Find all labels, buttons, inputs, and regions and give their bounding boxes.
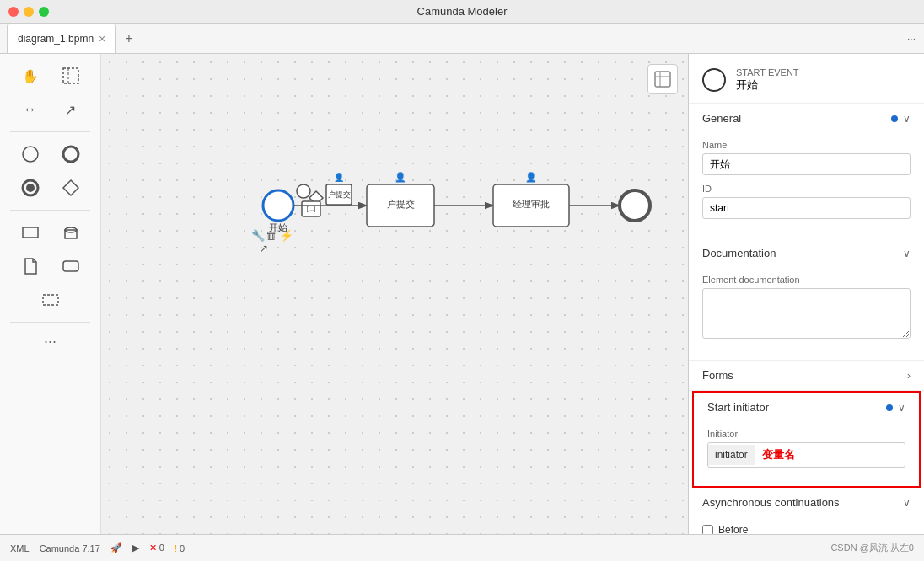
separator-1: [10, 131, 90, 132]
tool-row-1: ✋: [3, 61, 97, 91]
rounded-rect-tool[interactable]: [54, 251, 88, 281]
error-indicator: ✕ 0: [149, 542, 164, 553]
initiator-body: Initiator initiator 变量名: [694, 422, 919, 486]
start-event[interactable]: [263, 190, 293, 221]
shape-opt-circle[interactable]: [297, 184, 310, 198]
svg-marker-6: [63, 180, 78, 195]
general-chevron-icon: ∨: [903, 113, 911, 125]
before-label: Before: [718, 524, 748, 534]
status-bar-right: CSDN @风流 从左0: [830, 542, 914, 554]
element-doc-label: Element documentation: [702, 275, 911, 285]
warning-indicator: ! 0: [175, 543, 185, 553]
tool-row-4: [3, 173, 97, 203]
rect-tool[interactable]: [13, 217, 47, 248]
lasso-tool[interactable]: [54, 61, 88, 91]
before-checkbox-row: Before: [702, 524, 911, 534]
tool-row-6: [3, 251, 97, 281]
svg-point-2: [23, 147, 38, 162]
deploy-icon[interactable]: 🚀: [110, 542, 122, 553]
initiator-label: Initiator: [707, 429, 905, 439]
initiator-controls: ∨: [886, 402, 905, 414]
circle-tool[interactable]: [13, 139, 47, 169]
element-doc-textarea[interactable]: [702, 288, 911, 339]
svg-rect-0: [63, 68, 78, 83]
tool-row-2: ↔ ↗: [3, 94, 97, 125]
separator-2: [10, 210, 90, 211]
tab-close-icon[interactable]: ×: [99, 32, 105, 45]
connect-tool[interactable]: ↔: [13, 94, 47, 125]
section-initiator-header[interactable]: Start initiator ∨: [694, 393, 919, 422]
arrow-tool[interactable]: ↗: [54, 94, 88, 125]
section-forms-header[interactable]: Forms ›: [689, 361, 924, 390]
initiator-input-group: initiator 变量名: [707, 442, 905, 467]
title-bar: Camunda Modeler: [0, 0, 924, 24]
minimize-button[interactable]: [24, 7, 34, 17]
trash-icon[interactable]: 🗑: [266, 229, 277, 242]
tab-label: diagram_1.bpmn: [18, 33, 94, 45]
filled-circle-tool[interactable]: [13, 173, 47, 203]
play-button[interactable]: ▶: [132, 542, 139, 553]
hand-tool[interactable]: ✋: [13, 61, 47, 91]
maximize-button[interactable]: [39, 7, 49, 17]
event-type-label: START EVENT: [736, 67, 799, 77]
xml-label[interactable]: XML: [10, 543, 30, 553]
section-async: Asynchronous continuations ∨ Before Afte…: [689, 488, 924, 534]
name-input[interactable]: [702, 153, 911, 175]
dashed-rect-tool[interactable]: [34, 285, 67, 315]
svg-text:👤: 👤: [334, 172, 345, 183]
section-forms: Forms ›: [689, 361, 924, 391]
tool-row-7: [3, 285, 97, 315]
right-panel: START EVENT 开始 General ∨ Name ID: [688, 54, 924, 534]
wrench-icon[interactable]: 🔧: [251, 228, 266, 243]
general-body: Name ID: [689, 133, 924, 238]
diamond-tool[interactable]: [54, 173, 88, 203]
canvas-area[interactable]: 开始 🔧 🗑 ⚡ ↗ 👤 户提交 [...] 👤 户: [101, 54, 688, 534]
status-bar-left: XML Camunda 7.17 🚀 ▶ ✕ 0 ! 0: [10, 542, 185, 553]
section-documentation: Documentation ∨ Element documentation: [689, 238, 924, 361]
section-general-title: General: [702, 112, 741, 125]
tab-menu-button[interactable]: ···: [899, 24, 924, 53]
separator-3: [10, 322, 90, 323]
initiator-value[interactable]: 变量名: [755, 443, 905, 467]
initiator-prefix: initiator: [708, 445, 755, 465]
before-checkbox[interactable]: [702, 525, 713, 535]
status-bar: XML Camunda 7.17 🚀 ▶ ✕ 0 ! 0 CSDN @风流 从左…: [0, 534, 924, 561]
section-documentation-header[interactable]: Documentation ∨: [689, 238, 924, 268]
svg-rect-11: [43, 295, 58, 305]
section-async-header[interactable]: Asynchronous continuations ∨: [689, 488, 924, 517]
close-button[interactable]: [8, 7, 19, 17]
tab-diagram[interactable]: diagram_1.bpmn ×: [7, 24, 116, 53]
section-general-header[interactable]: General ∨: [689, 104, 924, 133]
bpmn-diagram: 开始 🔧 🗑 ⚡ ↗ 👤 户提交 [...] 👤 户: [228, 155, 688, 323]
initiator-chevron-icon: ∨: [898, 402, 905, 414]
bolt-icon[interactable]: ⚡: [280, 228, 294, 243]
element-doc-field: Element documentation: [702, 275, 911, 341]
task2-label: 经理审批: [513, 199, 550, 209]
version-label: Camunda 7.17: [40, 543, 100, 553]
end-event[interactable]: [620, 190, 650, 221]
section-initiator-title: Start initiator: [707, 401, 769, 414]
add-tab-button[interactable]: +: [116, 24, 141, 53]
id-input[interactable]: [702, 197, 911, 219]
expand-icon[interactable]: ↗: [260, 243, 268, 254]
db-tool[interactable]: [54, 217, 88, 248]
async-body: Before After: [689, 517, 924, 534]
app-title: Camunda Modeler: [417, 5, 508, 18]
main-layout: ✋ ↔ ↗: [0, 54, 924, 534]
svg-text:👤: 👤: [525, 171, 537, 183]
svg-rect-7: [23, 227, 38, 238]
tab-bar: diagram_1.bpmn × + ···: [0, 24, 924, 54]
svg-text:👤: 👤: [395, 171, 406, 183]
async-controls: ∨: [903, 497, 911, 509]
doc-tool[interactable]: [13, 251, 47, 281]
tool-row-3: [3, 139, 97, 169]
task1-label: 户提交: [387, 199, 415, 209]
more-tools-button[interactable]: ···: [3, 329, 97, 354]
tool-row-5: [3, 217, 97, 248]
thick-circle-tool[interactable]: [54, 139, 88, 169]
minimap-button[interactable]: [647, 64, 678, 94]
name-label: Name: [702, 140, 911, 150]
start-event-icon: [702, 68, 726, 92]
initiator-dot: [886, 404, 893, 411]
initiator-field: Initiator initiator 变量名: [707, 429, 905, 467]
